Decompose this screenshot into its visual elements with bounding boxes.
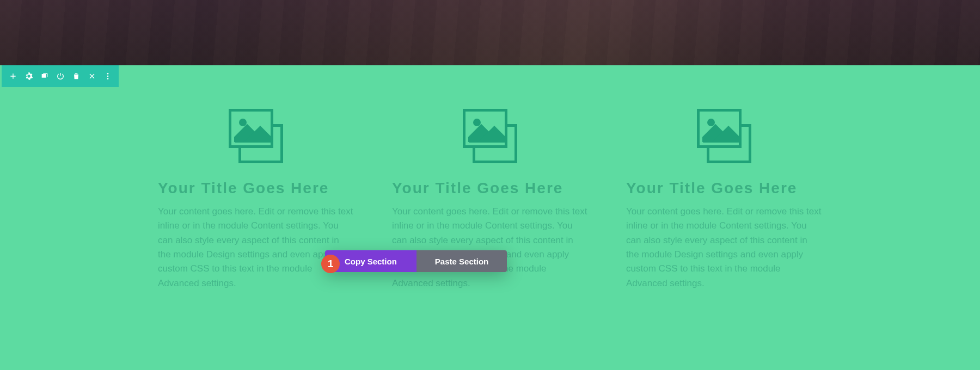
image-placeholder-icon xyxy=(463,109,517,163)
more-button[interactable] xyxy=(100,65,115,87)
step-badge: 1 xyxy=(321,255,340,273)
column-body: Your content goes here. Edit or remove t… xyxy=(626,205,822,291)
add-button[interactable] xyxy=(5,65,21,87)
column-icon-wrap xyxy=(392,109,588,163)
trash-icon xyxy=(72,72,81,81)
image-placeholder-icon xyxy=(697,109,751,163)
duplicate-button[interactable] xyxy=(36,65,52,87)
power-icon xyxy=(56,72,65,81)
more-icon xyxy=(103,72,112,81)
svg-point-0 xyxy=(107,73,108,75)
column-icon-wrap xyxy=(626,109,822,163)
column-title: Your Title Goes Here xyxy=(158,180,354,197)
gear-icon xyxy=(24,72,33,81)
close-button[interactable] xyxy=(84,65,100,87)
column-body: Your content goes here. Edit or remove t… xyxy=(392,205,588,291)
column-3: Your Title Goes Here Your content goes h… xyxy=(626,109,822,291)
bottom-area xyxy=(0,321,980,370)
paste-section-button[interactable]: Paste Section xyxy=(416,250,507,272)
hero-background xyxy=(0,0,980,65)
add-icon xyxy=(9,72,17,81)
column-title: Your Title Goes Here xyxy=(392,180,588,197)
close-icon xyxy=(88,72,96,81)
settings-button[interactable] xyxy=(21,65,36,87)
power-button[interactable] xyxy=(52,65,68,87)
column-body: Your content goes here. Edit or remove t… xyxy=(158,205,354,291)
section-toolbar xyxy=(2,65,119,87)
section-context-menu: Copy Section Paste Section xyxy=(325,250,507,272)
image-placeholder-icon xyxy=(229,109,283,163)
delete-button[interactable] xyxy=(68,65,84,87)
column-icon-wrap xyxy=(158,109,354,163)
svg-point-2 xyxy=(107,78,108,79)
svg-point-1 xyxy=(107,76,108,77)
column-title: Your Title Goes Here xyxy=(626,180,822,197)
window-icon xyxy=(40,72,49,81)
